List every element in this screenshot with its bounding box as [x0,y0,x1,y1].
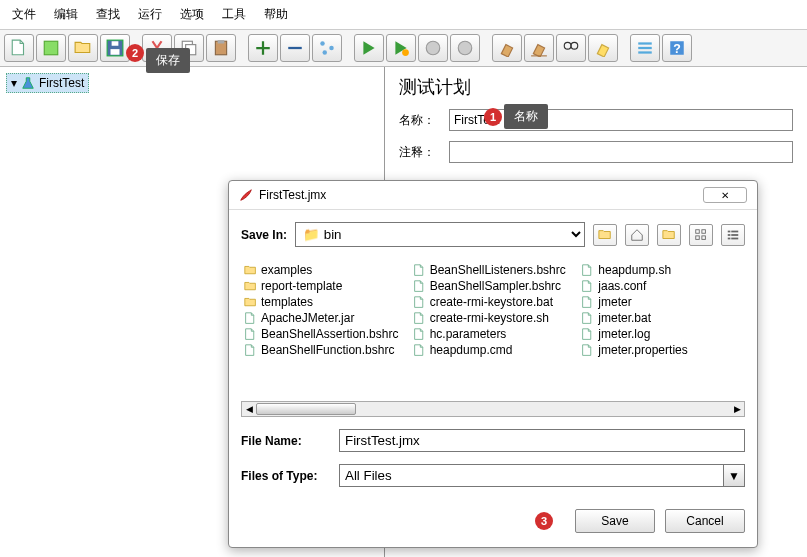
savein-label: Save In: [241,228,287,242]
home-button[interactable] [625,224,649,246]
save-tooltip: 保存 [146,48,190,73]
svg-point-17 [571,42,578,49]
dialog-close-button[interactable]: ✕ [703,187,747,203]
shutdown-button[interactable] [450,34,480,62]
file-item[interactable]: jmeter.bat [579,310,744,326]
help-button[interactable]: ? [662,34,692,62]
up-folder-button[interactable] [593,224,617,246]
file-item[interactable]: examples [242,262,407,278]
file-item[interactable]: create-rmi-keystore.sh [411,310,576,326]
filename-input[interactable] [339,429,745,452]
file-item[interactable]: jmeter.log [579,326,744,342]
file-item[interactable]: BeanShellFunction.bshrc [242,342,407,358]
collapse-button[interactable] [280,34,310,62]
menu-run[interactable]: 运行 [134,4,166,25]
file-item[interactable]: hc.parameters [411,326,576,342]
menu-file[interactable]: 文件 [8,4,40,25]
flask-icon [21,76,35,90]
feather-icon [239,188,253,202]
annotation-badge-1: 1 [484,108,502,126]
svg-rect-29 [728,234,731,236]
menu-help[interactable]: 帮助 [260,4,292,25]
save-button[interactable] [100,34,130,62]
toolbar: ? [0,30,807,67]
svg-rect-31 [728,237,731,239]
expand-button[interactable] [248,34,278,62]
svg-rect-27 [728,230,731,232]
menu-options[interactable]: 选项 [176,4,208,25]
save-dialog-save-button[interactable]: Save [575,509,655,533]
file-item[interactable]: jmeter.properties [579,342,744,358]
scroll-right-icon[interactable]: ▶ [730,402,744,416]
svg-text:?: ? [673,42,681,56]
name-tooltip: 名称 [504,104,548,129]
file-item[interactable]: heapdump.sh [579,262,744,278]
filetype-dropdown-button[interactable]: ▼ [723,464,745,487]
clear-all-button[interactable] [524,34,554,62]
svg-point-15 [402,49,409,56]
menu-search[interactable]: 查找 [92,4,124,25]
file-item[interactable]: jmeter [579,294,744,310]
tree-item-label: FirstTest [39,76,84,90]
file-item[interactable]: BeanShellSampler.bshrc [411,278,576,294]
details-view-button[interactable] [721,224,745,246]
file-item[interactable]: create-rmi-keystore.bat [411,294,576,310]
file-item[interactable]: report-template [242,278,407,294]
svg-point-12 [320,41,325,46]
save-dialog-cancel-button[interactable]: Cancel [665,509,745,533]
list-view-button[interactable] [689,224,713,246]
comment-input[interactable] [449,141,793,163]
file-item[interactable]: templates [242,294,407,310]
toggle-button[interactable] [312,34,342,62]
start-no-pause-button[interactable] [386,34,416,62]
svg-rect-20 [638,51,652,53]
file-item[interactable]: heapdump.cmd [411,342,576,358]
svg-rect-19 [638,47,652,49]
file-item[interactable]: BeanShellAssertion.bshrc [242,326,407,342]
panel-title: 测试计划 [399,75,793,99]
svg-rect-11 [218,40,225,43]
svg-rect-30 [731,234,738,236]
filetype-select[interactable] [339,464,723,487]
dialog-title: FirstTest.jmx [259,188,326,202]
file-item[interactable]: jaas.conf [579,278,744,294]
svg-rect-5 [44,41,58,55]
file-list[interactable]: examplesreport-templatetemplatesApacheJM… [241,257,745,397]
paste-button[interactable] [206,34,236,62]
annotation-badge-2: 2 [126,44,144,62]
file-item[interactable]: ApacheJMeter.jar [242,310,407,326]
scroll-thumb[interactable] [256,403,356,415]
start-button[interactable] [354,34,384,62]
name-label: 名称： [399,112,449,129]
svg-rect-32 [731,237,738,239]
savein-select[interactable]: 📁 bin [295,222,585,247]
menu-bar: 文件 编辑 查找 运行 选项 工具 帮助 [0,0,807,30]
open-button[interactable] [68,34,98,62]
menu-edit[interactable]: 编辑 [50,4,82,25]
horizontal-scrollbar[interactable]: ◀ ▶ [241,401,745,417]
comment-label: 注释： [399,144,449,161]
svg-rect-25 [696,235,700,239]
new-button[interactable] [4,34,34,62]
svg-rect-26 [702,235,706,239]
reset-search-button[interactable] [588,34,618,62]
file-item[interactable]: BeanShellListeners.bshrc [411,262,576,278]
filetype-label: Files of Type: [241,469,331,483]
svg-point-16 [564,42,571,49]
new-folder-button[interactable] [657,224,681,246]
scroll-left-icon[interactable]: ◀ [242,402,256,416]
filename-label: File Name: [241,434,331,448]
function-helper-button[interactable] [630,34,660,62]
annotation-badge-3: 3 [535,512,553,530]
tree-item-firsttest[interactable]: ▾ FirstTest [6,73,89,93]
menu-tools[interactable]: 工具 [218,4,250,25]
save-dialog: FirstTest.jmx ✕ Save In: 📁 bin examplesr… [228,180,758,548]
svg-point-14 [323,50,328,55]
stop-button[interactable] [418,34,448,62]
search-button[interactable] [556,34,586,62]
svg-rect-28 [731,230,738,232]
clear-button[interactable] [492,34,522,62]
tree-toggle-icon: ▾ [11,76,17,90]
svg-rect-24 [702,229,706,233]
templates-button[interactable] [36,34,66,62]
